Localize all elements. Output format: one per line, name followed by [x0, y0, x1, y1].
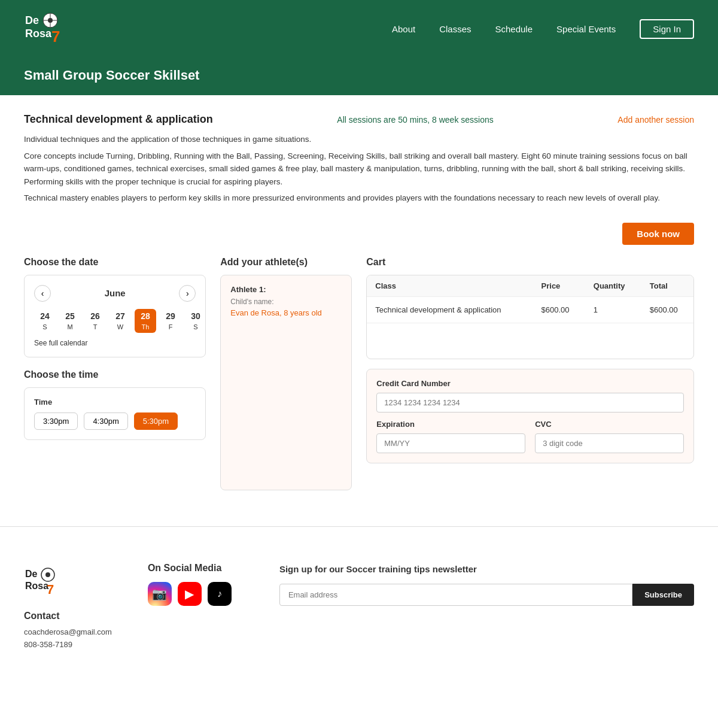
description-section: Technical development & application All … [24, 113, 694, 205]
svg-text:De: De [25, 14, 39, 26]
main-content: Technical development & application All … [0, 95, 718, 508]
booking-section: Choose the date ‹ June › 24 S 25 M [24, 257, 694, 490]
time-label: Time [34, 398, 196, 407]
svg-text:De: De [25, 569, 38, 579]
expiration-section: Expiration [376, 420, 525, 453]
cart-empty-row [367, 323, 693, 359]
cart-col-total: Total [641, 275, 693, 297]
cal-day-27[interactable]: 27 W [109, 309, 131, 333]
footer-email: coachderosa@gmail.com [24, 627, 112, 636]
child-name-value: Evan de Rosa, 8 years old [230, 308, 342, 317]
cart-table: Class Price Quantity Total Technical dev… [367, 275, 693, 359]
cart-title: Cart [366, 257, 694, 268]
nav-bar: De Rosa 7 About Classes Schedule Special… [24, 0, 694, 58]
time-picker-box: Time 3:30pm 4:30pm 5:30pm [24, 387, 206, 440]
time-430pm[interactable]: 4:30pm [84, 412, 127, 430]
athlete-box: Athlete 1: Child's name: Evan de Rosa, 8… [220, 275, 352, 490]
footer-newsletter-col: Sign up for our Soccer training tips new… [279, 563, 694, 606]
desc-para-2: Core concepts include Turning, Dribbling… [24, 150, 694, 189]
cal-day-26[interactable]: 26 T [84, 309, 106, 333]
footer-contact-title: Contact [24, 611, 112, 621]
athlete-label: Athlete 1: [230, 285, 342, 294]
cvc-input[interactable] [535, 433, 684, 453]
cal-day-30[interactable]: 30 S [185, 309, 206, 333]
instagram-icon[interactable]: 📷 [148, 582, 172, 606]
calendar-box: ‹ June › 24 S 25 M 26 T [24, 275, 206, 357]
svg-text:Rosa: Rosa [25, 581, 48, 591]
header-title-bar: Small Group Soccer Skillset [24, 58, 694, 95]
cc-input[interactable] [376, 393, 684, 412]
see-full-calendar-link[interactable]: See full calendar [34, 339, 87, 347]
nav-links: About Classes Schedule Special Events Si… [392, 19, 694, 39]
child-name-label: Child's name: [230, 298, 342, 306]
logo: De Rosa 7 [24, 7, 65, 51]
desc-para-1: Individual techniques and the applicatio… [24, 133, 694, 146]
cal-month: June [105, 288, 126, 298]
svg-text:7: 7 [47, 582, 54, 597]
footer-social-col: On Social Media 📷 ▶ ♪ [148, 563, 244, 606]
desc-para-3: Technical mastery enables players to per… [24, 192, 694, 205]
sign-in-button[interactable]: Sign In [640, 19, 694, 39]
book-now-row: Book now [24, 223, 694, 245]
cart-quantity: 1 [585, 296, 641, 323]
time-330pm[interactable]: 3:30pm [34, 412, 78, 430]
footer-divider [0, 526, 718, 527]
svg-point-12 [45, 572, 50, 577]
cal-days: 24 S 25 M 26 T 27 W [34, 309, 196, 333]
nav-schedule[interactable]: Schedule [495, 24, 533, 34]
social-icons: 📷 ▶ ♪ [148, 582, 244, 606]
time-picker-title: Choose the time [24, 369, 206, 380]
newsletter-email-input[interactable] [279, 584, 632, 606]
cart-col-price: Price [533, 275, 585, 297]
time-options: 3:30pm 4:30pm 5:30pm [34, 412, 196, 430]
sessions-label: All sessions are 50 mins, 8 week session… [337, 115, 493, 125]
cvc-section: CVC [535, 420, 684, 453]
footer-social-title: On Social Media [148, 563, 244, 574]
cart-col-quantity: Quantity [585, 275, 641, 297]
cart-row: Technical development & application $600… [367, 296, 693, 323]
cal-next-button[interactable]: › [179, 285, 196, 302]
youtube-icon[interactable]: ▶ [178, 582, 202, 606]
book-now-button[interactable]: Book now [622, 223, 694, 245]
tiktok-icon[interactable]: ♪ [208, 582, 232, 606]
cart-total: $600.00 [641, 296, 693, 323]
footer: De Rosa 7 Contact coachderosa@gmail.com … [0, 545, 718, 677]
cal-day-28[interactable]: 28 Th [135, 309, 156, 333]
time-530pm[interactable]: 5:30pm [134, 412, 178, 430]
expiration-input[interactable] [376, 433, 525, 453]
athlete-col: Add your athlete(s) Athlete 1: Child's n… [220, 257, 352, 490]
cart-class-name: Technical development & application [367, 296, 533, 323]
date-picker-title: Choose the date [24, 257, 206, 268]
athlete-title: Add your athlete(s) [220, 257, 352, 268]
footer-logo-svg: De Rosa 7 [24, 563, 57, 599]
payment-row: Expiration CVC [376, 420, 684, 453]
expiration-label: Expiration [376, 420, 525, 429]
footer-logo-col: De Rosa 7 Contact coachderosa@gmail.com … [24, 563, 112, 653]
nav-about[interactable]: About [392, 24, 415, 34]
page-title: Small Group Soccer Skillset [24, 68, 694, 83]
footer-logo-icon: De Rosa 7 [24, 563, 112, 599]
cal-day-25[interactable]: 25 M [59, 309, 81, 333]
desc-header: Technical development & application All … [24, 113, 694, 126]
cart-box: Class Price Quantity Total Technical dev… [366, 275, 694, 360]
logo-svg: De Rosa 7 [24, 7, 60, 49]
footer-phone: 808-358-7189 [24, 640, 112, 649]
payment-box: Credit Card Number Expiration CVC [366, 369, 694, 463]
subscribe-button[interactable]: Subscribe [632, 584, 694, 606]
cart-price: $600.00 [533, 296, 585, 323]
logo-icon: De Rosa 7 [24, 7, 60, 51]
nav-classes[interactable]: Classes [439, 24, 471, 34]
cal-prev-button[interactable]: ‹ [34, 285, 51, 302]
svg-text:Rosa: Rosa [25, 28, 52, 40]
cart-col: Cart Class Price Quantity Total Technica… [366, 257, 694, 464]
svg-point-3 [48, 18, 53, 23]
cc-label: Credit Card Number [376, 379, 684, 388]
cvc-label: CVC [535, 420, 684, 429]
calendar-nav: ‹ June › [34, 285, 196, 302]
cal-day-24[interactable]: 24 S [34, 309, 56, 333]
date-picker-col: Choose the date ‹ June › 24 S 25 M [24, 257, 206, 440]
add-session-link[interactable]: Add another session [617, 115, 694, 125]
cal-day-29[interactable]: 29 F [160, 309, 181, 333]
nav-special-events[interactable]: Special Events [556, 24, 616, 34]
newsletter-form: Subscribe [279, 584, 694, 606]
